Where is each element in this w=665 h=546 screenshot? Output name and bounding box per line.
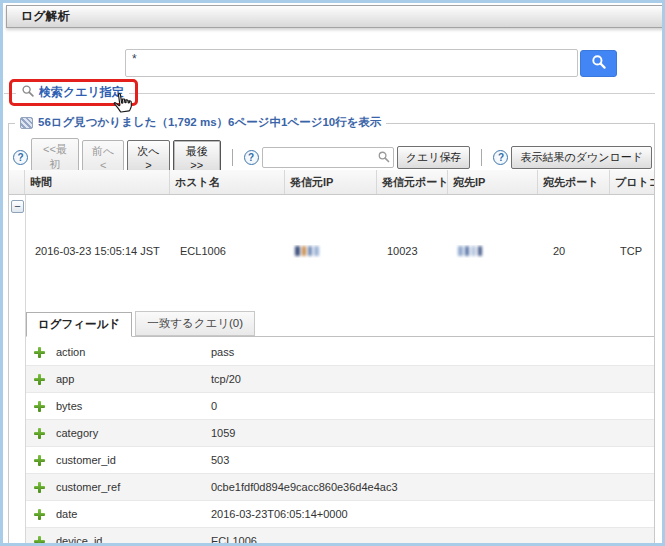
list-item: customer_ref 0cbe1fdf0d894e9cacc860e36d4… [26,474,654,501]
field-value: tcp/20 [211,373,654,385]
add-field-icon[interactable] [34,401,45,412]
toolbar-divider [481,149,482,166]
filter-input[interactable] [262,147,394,168]
results-summary: 56ログ見つかりました（1,792 ms）6ページ中1ページ10行を表示 [15,115,386,130]
col-expand [9,170,25,194]
add-field-icon[interactable] [34,509,45,520]
cell-source-port: 10023 [378,245,449,258]
list-item: device_id ECL1006 [26,528,654,546]
col-protocol[interactable]: プロトコル [610,170,654,194]
pagination-help-icon[interactable]: ? [13,150,28,165]
field-value: ECL1006 [211,535,654,546]
masked-source-ip [295,245,319,256]
col-dest-port[interactable]: 宛先ポート [538,170,610,194]
list-item: date 2016-03-23T06:05:14+0000 [26,501,654,528]
download-results-button[interactable]: 表示結果のダウンロード [511,146,652,169]
field-name: category [56,427,211,439]
download-help-icon[interactable]: ? [493,150,508,165]
cell-dest-port: 20 [539,245,611,258]
field-value: 1059 [211,427,654,439]
results-grid-icon [20,117,33,129]
cell-host: ECL1006 [171,245,286,258]
cell-dest-ip-masked [449,245,539,258]
expanded-log-row: 2016-03-23 15:05:14 JST ECL1006 10023 20… [25,195,654,546]
field-name: customer_id [56,454,211,466]
filter-help-icon[interactable]: ? [244,150,259,165]
cell-source-ip-masked [286,245,378,258]
list-item: customer_id 503 [26,447,654,474]
col-source-ip[interactable]: 発信元IP [285,170,377,194]
tab-matching-queries[interactable]: 一致するクエリ(0) [135,311,255,336]
page-title: ログ解析 [6,5,665,28]
add-field-icon[interactable] [34,482,45,493]
field-name: device_id [56,535,211,546]
add-field-icon[interactable] [34,536,45,546]
results-panel: 56ログ見つかりました（1,792 ms）6ページ中1ページ10行を表示 ? <… [8,123,655,546]
field-value: 2016-03-23T06:05:14+0000 [211,508,654,520]
list-item: bytes 0 [26,393,654,420]
field-name: customer_ref [56,481,211,493]
masked-dest-ip [458,245,482,256]
save-query-button[interactable]: クエリ保存 [397,146,471,169]
log-analysis-window: ログ解析 検索クエリ指定 56ログ見つかりました（1,792 ms）6ページ中1… [0,0,665,546]
toolbar-divider [232,149,233,166]
table-row[interactable]: 2016-03-23 15:05:14 JST ECL1006 10023 20… [26,245,654,258]
field-name: date [56,508,211,520]
add-field-icon[interactable] [34,347,45,358]
search-icon [591,54,607,73]
collapse-row-button[interactable]: − [11,200,24,213]
field-value: 0cbe1fdf0d894e9cacc860e36d4e4ac3 [211,481,654,493]
col-source-port[interactable]: 発信元ポート [377,170,448,194]
add-field-icon[interactable] [34,455,45,466]
filter-search-icon[interactable] [377,150,391,168]
field-name: action [56,346,211,358]
add-field-icon[interactable] [34,374,45,385]
results-toolbar: ? <<最初 前へ< 次へ> 最後>> ? クエリ保存 ? 表示結果のダウンロー… [13,145,652,169]
list-item: app tcp/20 [26,366,654,393]
col-dest-ip[interactable]: 宛先IP [448,170,538,194]
field-name: bytes [56,400,211,412]
search-button[interactable] [580,50,617,77]
cell-time: 2016-03-23 15:05:14 JST [26,245,171,258]
filter-box [262,147,394,168]
main-query-input[interactable] [125,49,578,77]
col-time[interactable]: 時間 [25,170,170,194]
detail-tabbar: ログフィールド 一致するクエリ(0) [26,314,654,337]
list-item: category 1059 [26,420,654,447]
add-field-icon[interactable] [34,428,45,439]
log-table-header: 時間 ホスト名 発信元IP 発信元ポート 宛先IP 宛先ポート プロトコル [9,170,654,195]
cell-protocol: TCP [611,245,654,258]
field-value: 503 [211,454,654,466]
col-host[interactable]: ホスト名 [170,170,285,194]
field-value: pass [211,346,654,358]
cursor-hand-icon [110,90,135,120]
tab-log-fields[interactable]: ログフィールド [26,312,132,337]
field-value: 0 [211,400,654,412]
log-fields-list: action pass app tcp/20 bytes 0 category … [26,339,654,546]
results-summary-text: 56ログ見つかりました（1,792 ms）6ページ中1ページ10行を表示 [38,115,381,130]
field-name: app [56,373,211,385]
list-item: action pass [26,339,654,366]
